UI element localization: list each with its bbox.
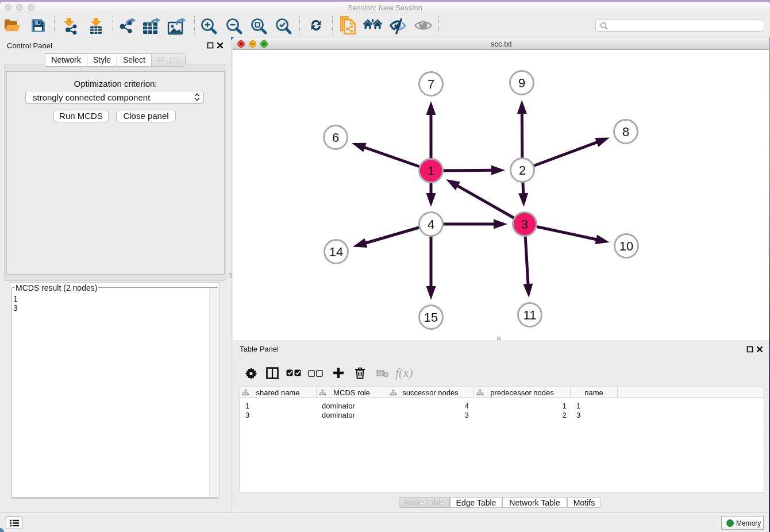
- svg-text:9: 9: [518, 76, 525, 90]
- svg-text:10: 10: [619, 239, 633, 253]
- svg-text:8: 8: [622, 125, 629, 139]
- svg-text:14: 14: [329, 245, 343, 259]
- svg-text:4: 4: [428, 217, 434, 232]
- svg-text:7: 7: [428, 77, 434, 91]
- svg-text:3: 3: [521, 217, 528, 232]
- svg-text:11: 11: [523, 308, 537, 322]
- svg-text:6: 6: [332, 130, 339, 145]
- svg-text:1: 1: [428, 164, 434, 178]
- svg-text:2: 2: [519, 163, 526, 178]
- svg-text:15: 15: [424, 310, 438, 325]
